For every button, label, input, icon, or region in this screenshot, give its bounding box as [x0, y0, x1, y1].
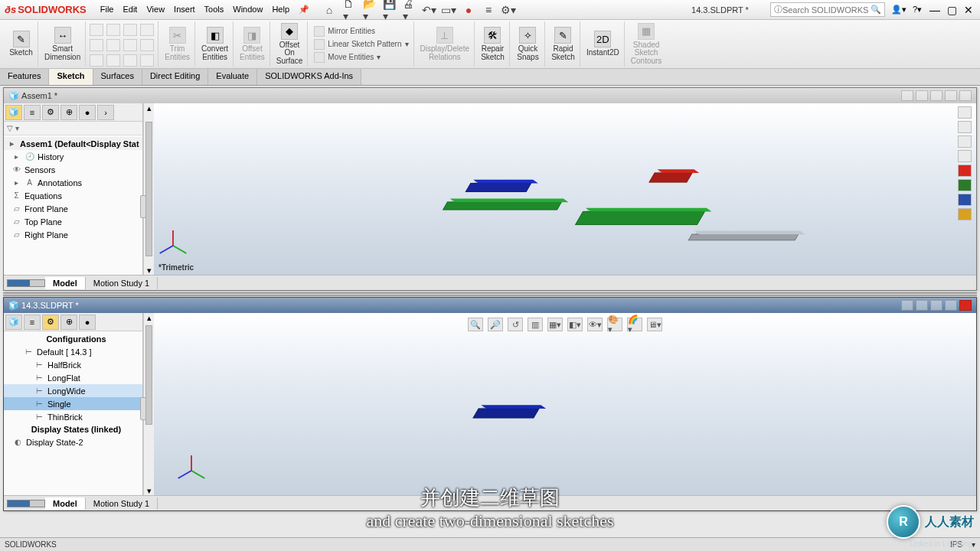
slot-tool-icon[interactable] [140, 24, 154, 36]
menu-tools[interactable]: Tools [204, 5, 224, 15]
select-icon[interactable]: ▭▾ [443, 4, 455, 16]
open-icon[interactable]: 📂▾ [363, 4, 375, 16]
orientation-triad[interactable] [162, 221, 192, 252]
docwin-close[interactable] [959, 90, 972, 101]
plane-tool-icon[interactable] [140, 54, 154, 67]
docwin-max[interactable] [945, 300, 957, 311]
docwin-btn-1[interactable] [901, 300, 913, 311]
menu-file[interactable]: File [100, 5, 114, 15]
ribbon-repair-sketch[interactable]: 🛠Repair Sketch [476, 21, 510, 67]
panel-collapse-handle[interactable] [140, 195, 146, 218]
text-tool-icon[interactable] [140, 39, 154, 51]
side-icon-blue[interactable] [958, 194, 972, 206]
config-default[interactable]: ⊢Default [ 14.3 ] [4, 345, 142, 358]
docwin-title-bar[interactable]: 🧊 Assem1 * [4, 88, 976, 103]
hud-appearance-icon[interactable]: 🎨▾ [607, 318, 622, 331]
fmgr-tab-property-icon[interactable]: ≡ [24, 105, 41, 120]
docwin-min[interactable] [930, 90, 942, 101]
side-icon-4[interactable] [958, 150, 972, 162]
ribbon-quick-snaps[interactable]: ✧Quick Snaps [511, 21, 545, 67]
ribbon-sketch-tools[interactable] [87, 21, 158, 67]
blue-brick-single[interactable] [472, 408, 540, 418]
red-brick[interactable] [648, 172, 693, 182]
line-tool-icon[interactable] [90, 24, 103, 36]
spline-tool-icon[interactable] [123, 24, 137, 36]
tree-root[interactable]: ▸Assem1 (Default<Display Stat [4, 137, 142, 150]
bottom-tab-model[interactable]: Model [45, 277, 86, 289]
config-halfbrick[interactable]: ⊢HalfBrick [4, 358, 142, 371]
side-icon-green[interactable] [958, 179, 972, 191]
menu-pin-icon[interactable]: 📌 [299, 5, 309, 15]
ribbon-offset-entities[interactable]: ◨Offset Entities [235, 21, 270, 67]
undo-icon[interactable]: ↶▾ [423, 4, 435, 16]
search-icon[interactable]: 🔍 [871, 5, 881, 15]
docwin-btn-2[interactable] [916, 90, 928, 101]
docwin-min[interactable] [930, 300, 942, 311]
green-plate-right[interactable] [575, 211, 705, 225]
tree-right-plane[interactable]: ▱Right Plane [4, 228, 142, 241]
tree-top-plane[interactable]: ▱Top Plane [4, 215, 142, 228]
menu-edit[interactable]: Edit [122, 5, 137, 15]
docwin-title-bar-part[interactable]: 🧊 14.3.SLDPRT * [4, 298, 976, 313]
ribbon-rapid-sketch[interactable]: ✎Rapid Sketch [547, 21, 580, 67]
ribbon-sketch[interactable]: ✎Sketch [5, 21, 38, 67]
config-longflat[interactable]: ⊢LongFlat [4, 371, 142, 384]
ellipse-tool-icon[interactable] [106, 54, 120, 67]
hud-display-style-icon[interactable]: ◧▾ [567, 318, 583, 331]
hud-scene-icon[interactable]: 🌈▾ [627, 318, 642, 331]
side-icon-2[interactable] [958, 121, 972, 133]
new-icon[interactable]: 🗋▾ [343, 4, 355, 16]
side-icon-3[interactable] [958, 135, 972, 148]
menu-view[interactable]: View [146, 5, 165, 15]
window-splitter[interactable] [3, 292, 977, 296]
tree-annotations[interactable]: ▸AAnnotations [4, 176, 142, 189]
docwin-btn-1[interactable] [901, 90, 913, 101]
home-icon[interactable]: ⌂ [323, 4, 335, 16]
config-longwide[interactable]: ⊢LongWide [4, 384, 142, 397]
options-list-icon[interactable]: ≡ [482, 4, 495, 16]
fmgr-filter[interactable]: ▽ ▾ [4, 122, 142, 135]
graphics-viewport-bottom[interactable]: 🔍 🔎 ↺ ▥ ▦▾ ◧▾ 👁▾ 🎨▾ 🌈▾ 🖥▾ [154, 313, 976, 495]
fmgr-tab-tree-icon[interactable]: 🧊 [5, 105, 22, 120]
orientation-triad-bot[interactable] [180, 446, 211, 477]
user-icon[interactable]: 👤▾ [891, 5, 906, 15]
ribbon-mirror-entities[interactable]: Mirror Entities [314, 26, 408, 37]
hud-hide-show-icon[interactable]: 👁▾ [587, 318, 603, 331]
rebuild-icon[interactable]: ● [462, 4, 475, 16]
save-icon[interactable]: 💾▾ [383, 4, 395, 16]
config-single[interactable]: ⊢Single [4, 397, 142, 410]
tree-equations[interactable]: ΣEquations [4, 189, 142, 202]
minimize-button[interactable]: — [928, 4, 942, 16]
help-icon[interactable]: ?▾ [913, 5, 922, 15]
docwin-close[interactable] [959, 300, 972, 311]
ribbon-offset-on-surface[interactable]: ◆Offset On Surface [272, 21, 308, 67]
ribbon-trim-entities[interactable]: ✂Trim Entities [160, 21, 195, 67]
arc-tool-icon[interactable] [106, 39, 120, 51]
menu-window[interactable]: Window [233, 5, 263, 15]
ribbon-smart-dimension[interactable]: ↔Smart Dimension [40, 21, 86, 67]
rect-tool-icon[interactable] [90, 39, 103, 51]
ribbon-linear-pattern[interactable]: Linear Sketch Pattern▾ [314, 39, 408, 50]
cfg-tab-config-icon[interactable]: ⚙ [42, 315, 59, 330]
tree-front-plane[interactable]: ▱Front Plane [4, 202, 142, 215]
tab-features[interactable]: Features [0, 69, 49, 85]
search-help[interactable]: ⓘ 🔍 [770, 2, 885, 17]
restore-button[interactable]: ▢ [945, 4, 959, 16]
side-icon-multi[interactable] [958, 208, 972, 220]
polygon-tool-icon[interactable] [123, 39, 137, 51]
tree-scrollbar[interactable]: ▴▾ [143, 103, 154, 275]
hud-zoom-fit-icon[interactable]: 🔍 [468, 318, 483, 331]
blue-brick-on-green[interactable] [466, 183, 532, 192]
menu-help[interactable]: Help [272, 5, 289, 15]
tab-sketch[interactable]: Sketch [49, 69, 93, 85]
tab-surfaces[interactable]: Surfaces [93, 69, 142, 85]
fmgr-tab-dim-icon[interactable]: ⊕ [60, 105, 77, 120]
gray-long-plate[interactable] [688, 234, 799, 240]
fmgr-tab-appearance-icon[interactable]: ● [79, 105, 96, 120]
green-plate-left[interactable] [443, 202, 562, 210]
cfg-tab-appearance-icon[interactable]: ● [79, 315, 96, 330]
side-icon-1[interactable] [958, 106, 972, 119]
cfg-tab-dim-icon[interactable]: ⊕ [60, 315, 77, 330]
bottom-tab-motion-part[interactable]: Motion Study 1 [86, 497, 158, 510]
point-tool-icon[interactable] [90, 54, 103, 67]
